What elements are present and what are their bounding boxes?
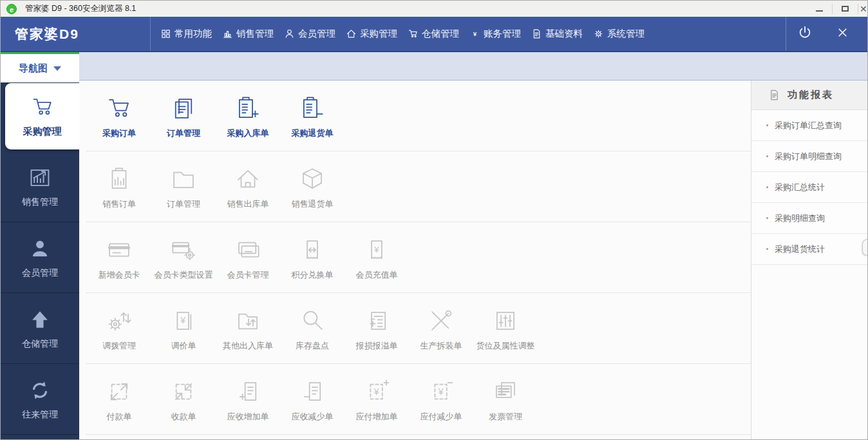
app-tile-label: 调价单 [171, 340, 196, 352]
navbar-item[interactable]: 常用功能 [158, 25, 214, 43]
report-link[interactable]: 采购订单汇总查询 [751, 110, 867, 141]
app-tile[interactable]: 会员卡管理 [216, 234, 280, 281]
tab-label: 导航图 [19, 62, 48, 75]
app-tile[interactable]: 积分兑换单 [280, 234, 344, 281]
app-tile[interactable]: 报损报溢单 [344, 305, 409, 352]
app-tile-label: 收款单 [171, 411, 196, 423]
docminus-icon [299, 378, 326, 406]
chevron-down-icon [53, 66, 61, 71]
sidebar-item[interactable]: 往来管理 [1, 364, 79, 435]
arrowup-icon [28, 307, 52, 332]
power-icon [797, 24, 813, 44]
sidebar-item[interactable]: 会员管理 [1, 222, 79, 293]
docstack-icon [170, 94, 197, 122]
app-tile[interactable]: 收款单 [151, 376, 216, 423]
browser-edge-gadget[interactable] [862, 239, 867, 256]
app-logo: 管家婆D9 [15, 25, 79, 43]
clipchart-icon [106, 165, 133, 193]
app-tile[interactable]: 其他出入库单 [216, 305, 280, 352]
navbar-item-label: 采购管理 [360, 28, 397, 40]
report-link-label: 采购订单汇总查询 [775, 120, 842, 131]
maximize-button[interactable] [833, 1, 858, 17]
app-tile[interactable]: 应收减少单 [280, 376, 344, 423]
navbar-item[interactable]: 仓储管理 [406, 25, 461, 43]
docplus-icon [234, 378, 261, 406]
report-link-label: 采购汇总统计 [775, 182, 825, 193]
navbar-item[interactable]: 会员管理 [282, 25, 337, 43]
yenplus-icon: ¥ [363, 378, 390, 406]
app-tile[interactable]: ¥应付减少单 [409, 376, 473, 423]
function-row: 采购订单订单管理采购入库单采购退货单 [79, 81, 751, 151]
app-tile[interactable]: ¥调价单 [151, 305, 216, 352]
sidebar-item[interactable]: 销售管理 [1, 151, 79, 222]
navbar-item[interactable]: 采购管理 [344, 25, 399, 43]
sync-icon [28, 378, 52, 403]
navbar-item[interactable]: 系统管理 [591, 25, 646, 43]
rcptarrows-icon [299, 236, 326, 264]
arrowsin-icon [170, 378, 197, 406]
minimize-icon [816, 10, 823, 12]
bullet-dot-icon [766, 248, 768, 250]
app-tile-label: 应收增加单 [227, 411, 269, 423]
doc-icon [531, 28, 542, 39]
tab-strip: 导航图 [1, 51, 867, 81]
logout-power-button[interactable] [786, 24, 824, 44]
sidebar-item-label: 往来管理 [22, 409, 58, 421]
cube-icon [299, 165, 326, 193]
app-tile[interactable]: 调拨管理 [87, 305, 151, 352]
app-tile[interactable]: 销售订单 [87, 164, 151, 210]
app-tile[interactable]: 发票管理 [473, 376, 538, 423]
app-tile-label: 生产拆装单 [420, 340, 462, 352]
app-tile[interactable]: 采购退货单 [280, 93, 344, 139]
app-tile[interactable]: 货位及属性调整 [473, 305, 538, 352]
report-link[interactable]: 采购汇总统计 [751, 172, 867, 203]
body-area: 采购管理销售管理会员管理仓储管理往来管理 采购订单订单管理采购入库单采购退货单销… [1, 81, 867, 440]
bullet-dot-icon [766, 124, 768, 126]
sidebar-item[interactable]: 采购管理 [5, 83, 79, 149]
app-tile[interactable]: 销售出库单 [216, 164, 280, 210]
navbar-item[interactable]: 销售管理 [220, 25, 276, 43]
app-tile[interactable]: ¥会员充值单 [344, 234, 409, 281]
logo-area: 管家婆D9 [1, 17, 151, 51]
app-tile-label: 销售退货单 [292, 198, 334, 210]
report-link-label: 采购明细查询 [775, 213, 825, 224]
app-tile[interactable]: 销售退货单 [280, 164, 344, 210]
close-window-button[interactable]: ✕ [858, 1, 867, 17]
app-tile[interactable]: 采购入库单 [216, 93, 280, 139]
geararrows-icon [106, 307, 133, 335]
exit-close-button[interactable] [824, 26, 861, 42]
reports-panel-header: 功能报表 [751, 81, 867, 110]
tab-navigation-map[interactable]: 导航图 [1, 52, 79, 82]
app-tile-label: 销售出库单 [227, 198, 269, 210]
app-tile[interactable]: 库存盘点 [280, 305, 344, 352]
cards-icon [234, 236, 261, 264]
app-tile[interactable]: 应收增加单 [216, 376, 280, 423]
report-link[interactable]: 采购订单明细查询 [751, 141, 867, 172]
folderarrows-icon [234, 307, 261, 335]
app-tile[interactable]: 付款单 [87, 376, 151, 423]
app-tile[interactable]: 采购订单 [87, 93, 151, 139]
app-tile[interactable]: 新增会员卡 [87, 234, 151, 281]
app-tile[interactable]: 订单管理 [151, 93, 216, 139]
app-tile[interactable]: ¥应付增加单 [344, 376, 409, 423]
app-tile-label: 其他出入库单 [223, 340, 273, 352]
app-tile[interactable]: 生产拆装单 [409, 305, 473, 352]
cardgear-icon [170, 236, 197, 264]
navbar-item[interactable]: ¥账务管理 [467, 25, 523, 43]
app-tile-label: 应付增加单 [356, 411, 398, 423]
report-link[interactable]: 采购明细查询 [751, 203, 867, 234]
yenminus-icon: ¥ [428, 378, 455, 406]
cart-icon [30, 95, 55, 119]
sidebar-item[interactable]: 仓储管理 [1, 293, 79, 364]
app-tile-label: 销售订单 [102, 198, 136, 210]
navbar-item[interactable]: 基础资料 [529, 25, 585, 43]
report-link[interactable]: 采购退货统计 [751, 234, 867, 265]
app-tile[interactable]: 订单管理 [151, 164, 216, 210]
function-row: 新增会员卡会员卡类型设置会员卡管理积分兑换单¥会员充值单 [79, 222, 751, 293]
app-tile-label: 库存盘点 [296, 340, 329, 352]
minimize-button[interactable] [807, 1, 832, 17]
app-tile[interactable]: 会员卡类型设置 [151, 234, 216, 281]
app-tile-label: 采购退货单 [292, 128, 334, 139]
app-tile-label: 积分兑换单 [292, 269, 334, 281]
bullet-dot-icon [766, 155, 768, 157]
